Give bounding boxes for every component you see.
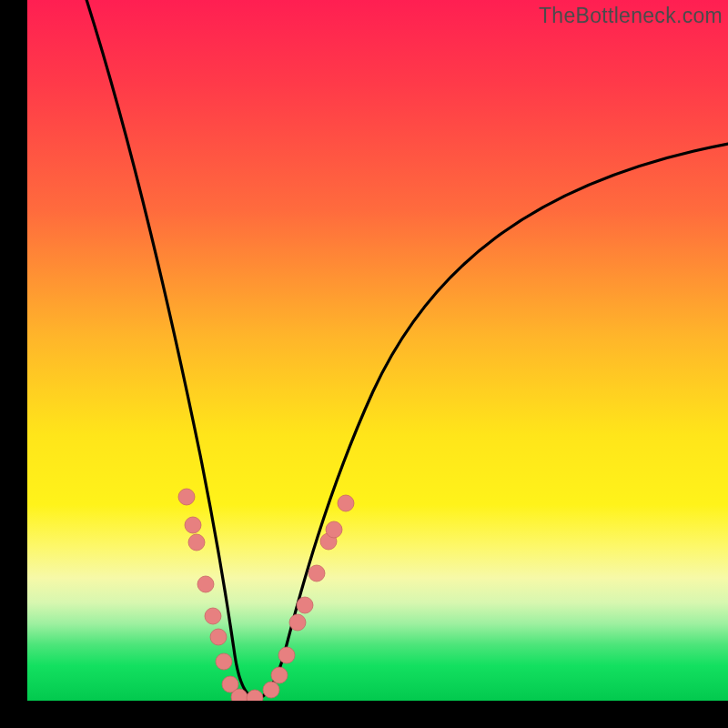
bead-marker [326, 521, 342, 538]
bead-marker [338, 495, 354, 511]
bead-marker [178, 489, 195, 505]
curve-overlay [27, 0, 728, 701]
bead-marker [197, 576, 214, 592]
bead-marker [263, 682, 279, 698]
right-curve [260, 144, 728, 698]
bead-marker [308, 565, 325, 581]
plot-area [27, 0, 728, 701]
bead-marker-group [178, 489, 354, 701]
bead-marker [185, 517, 201, 533]
bead-marker [216, 653, 232, 670]
bead-marker [188, 534, 205, 551]
left-curve [84, 0, 253, 698]
bead-marker [289, 614, 306, 631]
bead-marker [297, 597, 313, 613]
bead-marker [210, 629, 227, 645]
bead-marker [247, 690, 263, 701]
bead-marker [278, 647, 295, 663]
bead-marker [205, 608, 221, 624]
watermark-text: TheBottleneck.com [539, 4, 723, 28]
bead-marker [271, 667, 288, 683]
